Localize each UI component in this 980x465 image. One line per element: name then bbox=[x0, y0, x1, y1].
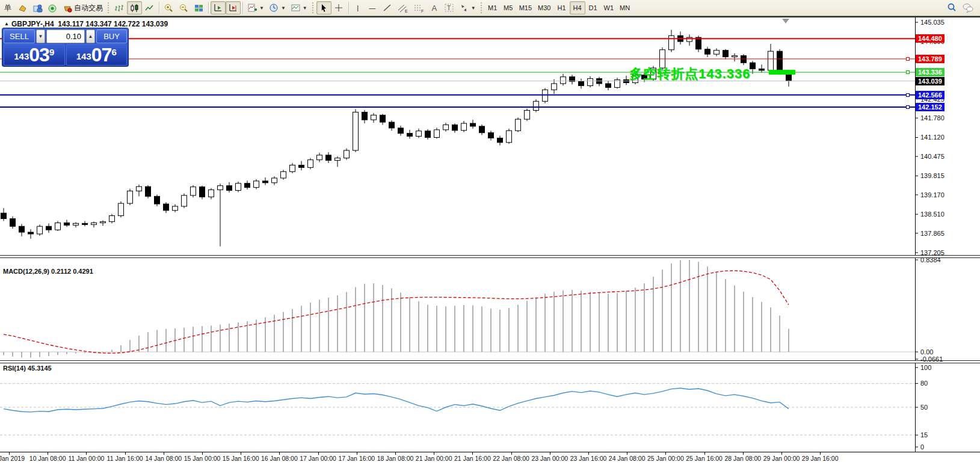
timeframe-m30[interactable]: M30 bbox=[535, 1, 553, 14]
time-axis-tick bbox=[434, 452, 434, 455]
macd-tick-label: -0.0661 bbox=[920, 356, 943, 363]
timeframe-w1[interactable]: W1 bbox=[601, 1, 617, 14]
candle-bull bbox=[73, 223, 79, 225]
tile-windows-icon[interactable] bbox=[191, 1, 206, 14]
price-level-badge[interactable]: 144.480 bbox=[916, 34, 945, 43]
time-axis-tick bbox=[48, 452, 48, 455]
channel-icon[interactable]: E bbox=[395, 1, 411, 14]
indicators-button[interactable]: ▼ bbox=[245, 1, 267, 14]
chart-candles-icon[interactable] bbox=[127, 1, 142, 14]
collapse-triangle-icon[interactable]: ▲ bbox=[4, 21, 9, 26]
line-handle[interactable] bbox=[906, 57, 910, 61]
clock-icon bbox=[269, 3, 279, 13]
line-handle[interactable] bbox=[906, 105, 910, 109]
time-axis-label: 16 Jan 08:00 bbox=[261, 455, 298, 462]
new-order-button[interactable]: 单 bbox=[1, 1, 15, 14]
timeframe-h4[interactable]: H4 bbox=[570, 1, 585, 14]
timeframe-m15[interactable]: M15 bbox=[516, 1, 535, 14]
rsi-tick-label: 80 bbox=[920, 380, 928, 387]
time-axis-tick bbox=[318, 452, 319, 455]
candle-bear bbox=[696, 37, 701, 49]
price-level-badge[interactable]: 142.566 bbox=[916, 91, 945, 99]
lot-increase-button[interactable]: ▲ bbox=[86, 29, 95, 43]
candle-bull bbox=[516, 119, 521, 131]
profile-icon[interactable] bbox=[30, 1, 45, 14]
price-level-badge[interactable]: 143.789 bbox=[916, 55, 945, 63]
chart-line-icon[interactable] bbox=[142, 1, 157, 14]
candle-bull bbox=[507, 131, 512, 143]
candle-bear bbox=[64, 223, 70, 225]
separator bbox=[242, 2, 243, 14]
time-axis-label: 25 Jan 16:00 bbox=[686, 455, 723, 462]
annotation-text[interactable]: 多空转折点143.336 bbox=[629, 65, 751, 83]
candle-bear bbox=[723, 51, 729, 57]
candle-bear bbox=[263, 181, 268, 183]
vertical-line-icon[interactable]: | bbox=[351, 1, 365, 14]
buy-quote[interactable]: 143076 bbox=[66, 44, 128, 66]
templates-button[interactable]: ▼ bbox=[288, 1, 310, 14]
lot-decrease-button[interactable]: ▼ bbox=[36, 29, 45, 43]
chat-icon[interactable] bbox=[960, 1, 976, 14]
chart-shift-icon[interactable] bbox=[226, 1, 241, 14]
price-level-badge[interactable]: 142.152 bbox=[916, 103, 945, 111]
candle-bear bbox=[452, 125, 458, 130]
price-level-badge[interactable]: 143.039 bbox=[916, 77, 945, 85]
horizontal-line-icon[interactable]: — bbox=[365, 1, 380, 14]
candle-bull bbox=[443, 125, 449, 129]
candle-bull bbox=[669, 35, 674, 49]
price-tick-label: 138.510 bbox=[920, 211, 945, 218]
autotrading-button[interactable]: 自动交易 bbox=[60, 1, 105, 14]
search-icon[interactable] bbox=[944, 1, 960, 14]
template-icon bbox=[291, 3, 301, 13]
candle-bull bbox=[525, 110, 530, 119]
time-axis-tick bbox=[9, 452, 10, 455]
pane-separator-rsi[interactable] bbox=[0, 360, 980, 363]
candle-bull bbox=[461, 123, 467, 131]
candle-bull bbox=[191, 187, 196, 196]
line-handle[interactable] bbox=[906, 93, 910, 97]
toolbar-grip bbox=[107, 2, 110, 13]
candle-bear bbox=[407, 134, 413, 137]
timeframe-m1[interactable]: M1 bbox=[485, 1, 501, 14]
ping-icon[interactable] bbox=[45, 1, 60, 14]
chevron-down-icon: ▼ bbox=[303, 5, 307, 11]
macd-tick-label: 0.8384 bbox=[920, 256, 941, 263]
trendline-icon[interactable] bbox=[380, 1, 395, 14]
separator bbox=[208, 2, 209, 14]
line-handle[interactable] bbox=[906, 70, 910, 74]
new-chart-icon[interactable] bbox=[15, 1, 30, 14]
periods-button[interactable]: ▼ bbox=[267, 1, 288, 14]
candle-bear bbox=[398, 128, 404, 134]
timeframe-m5[interactable]: M5 bbox=[501, 1, 516, 14]
candle-bull bbox=[290, 165, 295, 171]
candle-bull bbox=[353, 112, 359, 150]
sell-button[interactable]: SELL bbox=[4, 29, 35, 43]
zoom-in-icon[interactable] bbox=[161, 1, 176, 14]
timeframe-d1[interactable]: D1 bbox=[585, 1, 601, 14]
text-icon[interactable]: A bbox=[427, 1, 442, 14]
window-border bbox=[0, 16, 980, 17]
time-axis-label: 22 Jan 08:00 bbox=[493, 455, 529, 462]
auto-scroll-icon[interactable] bbox=[211, 1, 226, 14]
candle-bull bbox=[552, 84, 557, 90]
crosshair-icon[interactable] bbox=[331, 1, 347, 14]
timeframe-h1[interactable]: H1 bbox=[554, 1, 570, 14]
candle-bull bbox=[317, 155, 322, 160]
price-level-badge[interactable]: 143.336 bbox=[916, 68, 945, 76]
pane-separator-macd[interactable] bbox=[0, 255, 980, 258]
text-label-icon[interactable]: T bbox=[442, 1, 457, 14]
candle-bear bbox=[741, 56, 747, 63]
cursor-icon[interactable] bbox=[316, 1, 331, 14]
arrows-button[interactable]: ▼ bbox=[457, 1, 478, 14]
fibonacci-icon[interactable]: F bbox=[411, 1, 427, 14]
candle-bull bbox=[236, 183, 241, 191]
time-axis-tick bbox=[665, 452, 666, 455]
chart-shift-marker bbox=[782, 19, 789, 23]
sell-quote[interactable]: 143039 bbox=[4, 44, 65, 66]
chart-bars-icon[interactable] bbox=[112, 1, 127, 14]
zoom-out-icon[interactable] bbox=[176, 1, 191, 14]
candle-bear bbox=[155, 196, 160, 204]
candle-bear bbox=[82, 223, 88, 224]
mt4-window: 单 自动交易 ▼ ▼ ▼ | — E F A T ▼ M bbox=[0, 0, 980, 465]
timeframe-mn[interactable]: MN bbox=[617, 1, 633, 14]
